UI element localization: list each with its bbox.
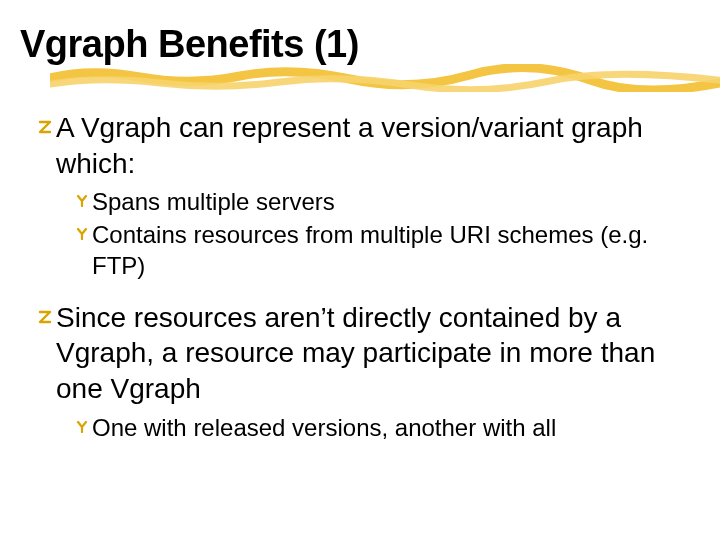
- slide-body: A Vgraph can represent a version/variant…: [20, 110, 700, 444]
- bullet-item: Since resources aren’t directly containe…: [36, 300, 694, 444]
- sub-bullet-item: Contains resources from multiple URI sch…: [74, 220, 694, 281]
- sub-bullet-text: Spans multiple servers: [92, 187, 335, 218]
- bullet-item: A Vgraph can represent a version/variant…: [36, 110, 694, 282]
- z-bullet-icon: [36, 304, 54, 330]
- title-wrap: Vgraph Benefits (1): [20, 24, 700, 66]
- bullet-text: Since resources aren’t directly containe…: [56, 300, 694, 407]
- sub-bullet-text: One with released versions, another with…: [92, 413, 556, 444]
- sub-list: Spans multiple servers Contains resource…: [74, 187, 694, 281]
- y-bullet-icon: [74, 223, 90, 245]
- z-bullet-icon: [36, 114, 54, 140]
- y-bullet-icon: [74, 190, 90, 212]
- sub-bullet-item: One with released versions, another with…: [74, 413, 694, 444]
- bullet-text: A Vgraph can represent a version/variant…: [56, 110, 694, 182]
- slide-title: Vgraph Benefits (1): [20, 24, 700, 66]
- slide: Vgraph Benefits (1) A Vgraph can represe…: [0, 0, 720, 540]
- y-bullet-icon: [74, 416, 90, 438]
- title-underline: [50, 64, 720, 92]
- sub-list: One with released versions, another with…: [74, 413, 694, 444]
- sub-bullet-text: Contains resources from multiple URI sch…: [92, 220, 694, 281]
- sub-bullet-item: Spans multiple servers: [74, 187, 694, 218]
